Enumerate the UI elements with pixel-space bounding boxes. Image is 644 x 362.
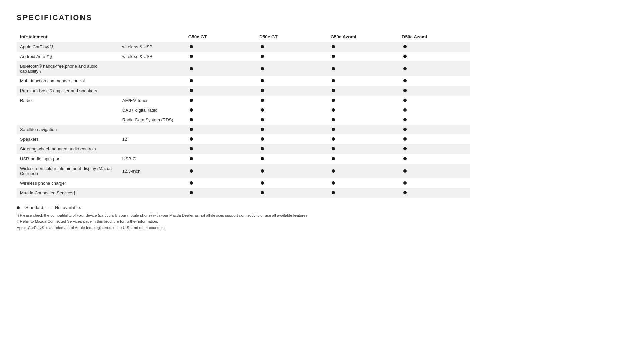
bullet-cell-d50gt: [256, 52, 327, 61]
bullet-icon: [403, 89, 407, 92]
bullet-cell-d50gt: [256, 164, 327, 178]
detail-cell: AM/FM tuner: [119, 96, 185, 105]
bullet-icon: [261, 118, 264, 121]
bullet-icon: [261, 45, 264, 48]
detail-cell: [119, 125, 185, 134]
bullet-cell-d50gt: [256, 125, 327, 134]
table-row: Radio:AM/FM tuner: [17, 96, 470, 105]
bullet-cell-g50az: [327, 125, 398, 134]
detail-cell: [119, 188, 185, 198]
table-row: Bluetooth® hands-free phone and audio ca…: [17, 61, 470, 76]
bullet-icon: [403, 108, 407, 112]
bullet-cell-g50az: [327, 188, 398, 198]
bullet-icon: [190, 79, 193, 82]
bullet-cell-g50az: [327, 144, 398, 154]
col-g50gt: G50e GT: [185, 32, 256, 42]
feature-cell: Apple CarPlay®§: [17, 42, 119, 52]
feature-cell: Bluetooth® hands-free phone and audio ca…: [17, 61, 119, 76]
bullet-icon: [403, 147, 407, 150]
bullet-cell-d50az: [398, 125, 470, 134]
table-row: USB-audio input portUSB-C: [17, 154, 470, 164]
bullet-cell-d50az: [398, 144, 470, 154]
detail-cell: [119, 144, 185, 154]
bullet-cell-d50gt: [256, 134, 327, 144]
bullet-icon: [190, 169, 193, 173]
bullet-cell-g50az: [327, 86, 398, 96]
bullet-icon: [332, 169, 335, 173]
bullet-icon: [403, 45, 407, 48]
bullet-icon: [261, 89, 264, 92]
table-row: Radio Data System (RDS): [17, 115, 470, 125]
bullet-cell-g50az: [327, 61, 398, 76]
bullet-cell-d50gt: [256, 86, 327, 96]
bullet-icon: [332, 55, 335, 58]
bullet-cell-g50gt: [185, 164, 256, 178]
bullet-cell-g50gt: [185, 76, 256, 86]
detail-cell: 12.3-inch: [119, 164, 185, 178]
detail-cell: USB-C: [119, 154, 185, 164]
bullet-icon: [190, 191, 193, 194]
bullet-icon: [403, 181, 407, 185]
bullet-cell-g50gt: [185, 188, 256, 198]
bullet-icon: [190, 147, 193, 150]
bullet-icon: [403, 79, 407, 82]
feature-cell: Satellite navigation: [17, 125, 119, 134]
bullet-cell-g50gt: [185, 154, 256, 164]
feature-cell: Speakers: [17, 134, 119, 144]
table-row: Speakers12: [17, 134, 470, 144]
bullet-icon: [332, 79, 335, 82]
bullet-cell-g50az: [327, 96, 398, 105]
table-row: Multi-function commander control: [17, 76, 470, 86]
bullet-cell-g50gt: [185, 105, 256, 115]
bullet-cell-d50gt: [256, 178, 327, 188]
footnote-line-3: Apple CarPlay® is a trademark of Apple I…: [17, 225, 470, 231]
bullet-cell-g50gt: [185, 178, 256, 188]
bullet-cell-d50az: [398, 188, 470, 198]
bullet-icon: [261, 128, 264, 131]
bullet-cell-g50az: [327, 115, 398, 125]
feature-cell: [17, 105, 119, 115]
specifications-table: Infotainment G50e GT D50e GT G50e Azami …: [17, 32, 470, 198]
bullet-icon: [190, 99, 193, 102]
table-row: Mazda Connected Services‡: [17, 188, 470, 198]
bullet-icon: [261, 147, 264, 150]
bullet-icon: [261, 157, 264, 160]
bullet-icon: [261, 99, 264, 102]
bullet-cell-d50az: [398, 42, 470, 52]
bullet-icon: [403, 67, 407, 70]
bullet-icon: [332, 99, 335, 102]
bullet-cell-g50az: [327, 42, 398, 52]
bullet-icon: [403, 157, 407, 160]
bullet-icon: [261, 169, 264, 173]
bullet-cell-d50gt: [256, 188, 327, 198]
bullet-icon: [190, 157, 193, 160]
detail-cell: Radio Data System (RDS): [119, 115, 185, 125]
bullet-icon: [190, 181, 193, 185]
bullet-cell-d50az: [398, 96, 470, 105]
detail-cell: [119, 86, 185, 96]
bullet-cell-g50gt: [185, 52, 256, 61]
detail-cell: [119, 178, 185, 188]
bullet-cell-g50gt: [185, 134, 256, 144]
detail-cell: [119, 61, 185, 76]
bullet-icon: [332, 137, 335, 141]
bullet-cell-d50az: [398, 154, 470, 164]
bullet-icon: [403, 137, 407, 141]
feature-cell: Multi-function commander control: [17, 76, 119, 86]
bullet-cell-d50az: [398, 115, 470, 125]
bullet-icon: [403, 128, 407, 131]
bullet-cell-d50az: [398, 105, 470, 115]
bullet-icon: [332, 181, 335, 185]
bullet-icon: [332, 118, 335, 121]
bullet-icon: [17, 206, 20, 209]
bullet-icon: [403, 99, 407, 102]
bullet-icon: [190, 137, 193, 141]
footnote-area: = Standard, — = Not available. § Please …: [17, 205, 470, 231]
bullet-cell-g50gt: [185, 144, 256, 154]
section-header-infotainment: Infotainment: [17, 32, 185, 42]
bullet-icon: [190, 108, 193, 112]
feature-cell: Premium Bose® amplifier and speakers: [17, 86, 119, 96]
table-row: Wireless phone charger: [17, 178, 470, 188]
bullet-cell-g50az: [327, 154, 398, 164]
bullet-icon: [332, 89, 335, 92]
